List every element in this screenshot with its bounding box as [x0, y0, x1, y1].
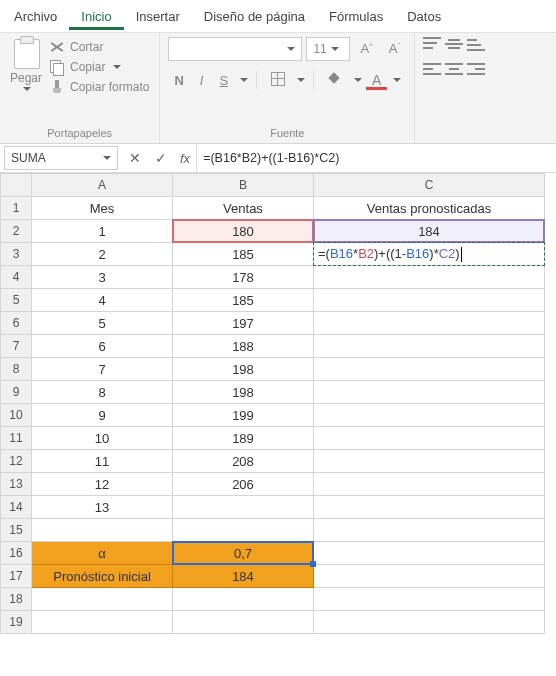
cell[interactable] [314, 450, 545, 473]
bold-button[interactable]: N [168, 73, 189, 88]
cell[interactable] [314, 542, 545, 565]
cell[interactable]: 9 [32, 404, 173, 427]
cell[interactable] [314, 312, 545, 335]
cell[interactable]: 10 [32, 427, 173, 450]
confirm-formula-button[interactable]: ✓ [148, 150, 174, 166]
cell[interactable] [173, 519, 314, 542]
paste-button[interactable]: Pegar [8, 37, 44, 93]
cell[interactable] [314, 496, 545, 519]
cell[interactable]: 13 [32, 496, 173, 519]
cell[interactable] [314, 473, 545, 496]
cell[interactable]: 185 [173, 243, 314, 266]
cell-alpha-label[interactable]: α [32, 542, 173, 565]
cell[interactable]: 11 [32, 450, 173, 473]
tab-insert[interactable]: Insertar [124, 3, 192, 30]
increase-font-button[interactable]: A^ [354, 41, 378, 56]
spreadsheet[interactable]: A B C 1 Mes Ventas Ventas pronosticadas … [0, 173, 556, 634]
cell[interactable]: 2 [32, 243, 173, 266]
format-painter-button[interactable]: Copiar formato [48, 79, 151, 95]
align-top-button[interactable] [423, 37, 441, 51]
cell[interactable]: Ventas [173, 197, 314, 220]
tab-home[interactable]: Inicio [69, 3, 123, 30]
cell[interactable] [314, 519, 545, 542]
align-middle-button[interactable] [445, 37, 463, 51]
row-header[interactable]: 12 [1, 450, 32, 473]
row-header[interactable]: 17 [1, 565, 32, 588]
cell[interactable]: 189 [173, 427, 314, 450]
cell-b17[interactable]: 184 [173, 565, 314, 588]
fx-icon[interactable]: fx [180, 151, 190, 166]
cell-c3-editing[interactable]: =(B16*B2)+((1-B16)*C2) [314, 243, 545, 266]
cell[interactable] [173, 611, 314, 634]
cell[interactable] [314, 404, 545, 427]
name-box[interactable]: SUMA [4, 146, 118, 170]
row-header[interactable]: 6 [1, 312, 32, 335]
align-center-button[interactable] [445, 63, 463, 77]
row-header[interactable]: 7 [1, 335, 32, 358]
cell[interactable] [32, 588, 173, 611]
cell[interactable]: 6 [32, 335, 173, 358]
cell[interactable]: 4 [32, 289, 173, 312]
row-header[interactable]: 13 [1, 473, 32, 496]
cell[interactable] [314, 266, 545, 289]
row-header[interactable]: 10 [1, 404, 32, 427]
row-header[interactable]: 11 [1, 427, 32, 450]
cell[interactable]: 3 [32, 266, 173, 289]
tab-formulas[interactable]: Fórmulas [317, 3, 395, 30]
cell[interactable] [314, 611, 545, 634]
font-color-button[interactable]: A [366, 72, 387, 88]
cell[interactable] [314, 588, 545, 611]
fill-handle[interactable] [310, 561, 316, 567]
cell[interactable] [173, 588, 314, 611]
cell[interactable]: Ventas pronosticadas [314, 197, 545, 220]
cell[interactable]: 7 [32, 358, 173, 381]
column-header-b[interactable]: B [173, 174, 314, 197]
underline-button[interactable]: S [213, 73, 234, 88]
align-left-button[interactable] [423, 63, 441, 77]
row-header[interactable]: 2 [1, 220, 32, 243]
cell[interactable] [314, 358, 545, 381]
row-header[interactable]: 1 [1, 197, 32, 220]
cell[interactable]: 1 [32, 220, 173, 243]
row-header[interactable]: 19 [1, 611, 32, 634]
select-all-corner[interactable] [1, 174, 32, 197]
cell[interactable]: 8 [32, 381, 173, 404]
cell[interactable] [314, 427, 545, 450]
row-header[interactable]: 9 [1, 381, 32, 404]
row-header[interactable]: 5 [1, 289, 32, 312]
cell-initial-forecast-label[interactable]: Pronóstico inicial [32, 565, 173, 588]
cell[interactable] [173, 496, 314, 519]
cell[interactable] [314, 335, 545, 358]
cut-button[interactable]: Cortar [48, 39, 151, 55]
tab-page-layout[interactable]: Diseño de página [192, 3, 317, 30]
cell-c2[interactable]: 184 [314, 220, 545, 243]
cell[interactable]: 206 [173, 473, 314, 496]
cell[interactable]: 178 [173, 266, 314, 289]
cell[interactable] [32, 611, 173, 634]
cell[interactable]: 185 [173, 289, 314, 312]
cell-b2[interactable]: 180 [173, 220, 314, 243]
cell[interactable]: 12 [32, 473, 173, 496]
cell[interactable]: Mes [32, 197, 173, 220]
align-bottom-button[interactable] [467, 37, 485, 51]
cell[interactable]: 5 [32, 312, 173, 335]
row-header[interactable]: 3 [1, 243, 32, 266]
cell[interactable]: 208 [173, 450, 314, 473]
cell[interactable]: 188 [173, 335, 314, 358]
cell[interactable] [32, 519, 173, 542]
font-size-select[interactable]: 11 [306, 37, 350, 61]
row-header[interactable]: 15 [1, 519, 32, 542]
column-header-a[interactable]: A [32, 174, 173, 197]
borders-button[interactable] [265, 72, 291, 89]
cell[interactable]: 198 [173, 358, 314, 381]
cell[interactable]: 199 [173, 404, 314, 427]
row-header[interactable]: 4 [1, 266, 32, 289]
row-header[interactable]: 8 [1, 358, 32, 381]
font-name-select[interactable] [168, 37, 302, 61]
row-header[interactable]: 16 [1, 542, 32, 565]
cell[interactable]: 198 [173, 381, 314, 404]
tab-data[interactable]: Datos [395, 3, 453, 30]
cell[interactable] [314, 289, 545, 312]
cancel-formula-button[interactable]: ✕ [122, 150, 148, 166]
cell[interactable] [314, 565, 545, 588]
